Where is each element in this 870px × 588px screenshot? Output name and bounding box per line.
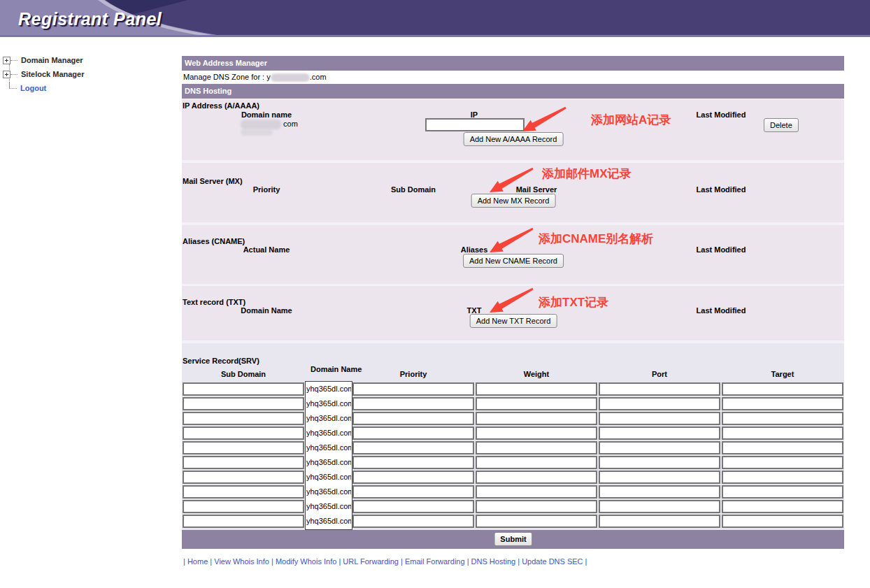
srv-weight-input[interactable] [476,456,597,469]
submit-bar: Submit [182,530,844,549]
ip-address-input[interactable] [425,118,525,131]
add-a-record-button[interactable]: Add New A/AAAA Record [464,132,564,146]
srv-target-input[interactable] [722,441,843,454]
srv-weight-input[interactable] [476,441,597,454]
footer-link-home[interactable]: Home [187,557,208,566]
srv-subdomain-input[interactable] [183,515,304,528]
redacted-domain-blur [241,129,273,136]
srv-target-input[interactable] [722,426,843,440]
srv-priority-input[interactable] [352,426,474,440]
app-banner: Registrant Panel [0,0,870,37]
domain-suffix-text: com [283,120,298,128]
red-arrow-icon [488,166,535,194]
srv-subdomain-input[interactable] [183,471,304,484]
srv-port-input[interactable] [599,397,720,410]
srv-target-input[interactable] [722,397,843,410]
expand-plus-icon[interactable] [3,71,10,78]
srv-port-input[interactable] [599,441,720,454]
srv-weight-input[interactable] [476,515,597,528]
srv-priority-input[interactable] [352,397,474,410]
srv-subdomain-input[interactable] [183,456,304,469]
srv-priority-input[interactable] [352,441,474,454]
section-a-record: IP Address (A/AAAA) Domain name IP Last … [182,99,844,160]
srv-priority-input[interactable] [352,382,474,396]
footer-link-email-forwarding[interactable]: Email Forwarding [405,557,465,566]
red-arrow-icon [488,287,535,315]
delete-a-record-button[interactable]: Delete [764,118,799,132]
footer-link-url-forwarding[interactable]: URL Forwarding [343,557,399,566]
add-txt-record-button[interactable]: Add New TXT Record [470,314,557,328]
srv-domain-name: yhq365dl.com [306,487,351,496]
srv-port-input[interactable] [599,412,720,425]
srv-target-input[interactable] [722,515,843,528]
sidebar-item-label[interactable]: Domain Manager [21,56,83,64]
srv-target-input[interactable] [722,471,843,484]
srv-priority-input[interactable] [352,471,474,484]
expand-plus-icon[interactable] [3,57,10,64]
srv-weight-input[interactable] [476,426,597,440]
srv-target-input[interactable] [722,382,843,396]
srv-port-input[interactable] [599,515,720,528]
srv-priority-input[interactable] [352,412,474,425]
srv-target-input[interactable] [722,456,843,469]
srv-subdomain-input[interactable] [183,412,304,425]
srv-weight-input[interactable] [476,412,597,425]
sidebar-item-sitelock-manager[interactable]: Sitelock Manager [3,69,84,80]
srv-target-input[interactable] [722,485,843,499]
srv-subdomain-input[interactable] [183,426,304,440]
column-header-last-modified: Last Modified [697,110,746,119]
footer-link-update-dns-sec[interactable]: Update DNS SEC [522,557,583,566]
srv-subdomain-input[interactable] [183,397,304,410]
app-title: Registrant Panel [18,9,162,29]
footer-link-modify-whois-info[interactable]: Modify Whois Info [276,557,336,566]
tree-corner-icon [9,83,17,89]
srv-row: yhq365dl.com [182,426,844,441]
srv-weight-input[interactable] [476,382,597,396]
sidebar-item-label[interactable]: Sitelock Manager [21,70,84,78]
column-header-last-modified: Last Modified [697,185,746,194]
sidebar-item-logout[interactable]: Logout [3,83,46,94]
srv-port-input[interactable] [599,485,720,499]
srv-port-input[interactable] [599,456,720,469]
srv-priority-input[interactable] [352,485,474,499]
footer-link-dns-hosting[interactable]: DNS Hosting [471,557,516,566]
add-cname-record-button[interactable]: Add New CNAME Record [463,254,564,268]
srv-subdomain-input[interactable] [183,500,304,513]
srv-port-input[interactable] [599,500,720,513]
srv-port-input[interactable] [599,382,720,396]
srv-port-input[interactable] [599,426,720,440]
srv-weight-input[interactable] [476,500,597,513]
section-mx: Mail Server (MX) Priority Sub Domain Mai… [182,163,844,222]
srv-row: yhq365dl.com [182,485,844,500]
srv-row: yhq365dl.com [182,456,844,471]
column-header-last-modified: Last Modified [697,306,746,315]
srv-priority-input[interactable] [352,456,474,469]
section-cname: Aliases (CNAME) Actual Name Aliases Last… [182,225,844,284]
srv-weight-input[interactable] [476,471,597,484]
srv-subdomain-input[interactable] [183,441,304,454]
srv-priority-input[interactable] [352,515,474,528]
srv-target-input[interactable] [722,412,843,425]
add-mx-record-button[interactable]: Add New MX Record [471,194,556,208]
dns-hosting-bar: DNS Hosting [182,84,844,99]
logout-link[interactable]: Logout [20,84,46,92]
srv-subdomain-input[interactable] [183,485,304,499]
footer-link-view-whois-info[interactable]: View Whois Info [214,557,269,566]
section-title: Mail Server (MX) [183,177,243,185]
sidebar-item-domain-manager[interactable]: Domain Manager [3,55,83,66]
column-header-sub-domain: Sub Domain [221,370,266,378]
section-title: Service Record(SRV) [183,357,259,365]
srv-target-input[interactable] [722,500,843,513]
section-txt: Text record (TXT) Domain Name TXT Last M… [182,286,844,340]
srv-row: yhq365dl.com [182,500,844,515]
srv-subdomain-input[interactable] [183,382,304,396]
srv-weight-input[interactable] [476,485,597,499]
srv-priority-input[interactable] [352,500,474,513]
red-arrow-icon [521,106,568,134]
sidebar-nav: Domain Manager Sitelock Manager Logout [3,55,178,103]
column-header-priority: Priority [253,185,280,194]
srv-port-input[interactable] [599,471,720,484]
submit-button[interactable]: Submit [494,532,532,546]
srv-weight-input[interactable] [476,397,597,410]
dns-hosting-title: DNS Hosting [185,87,231,95]
